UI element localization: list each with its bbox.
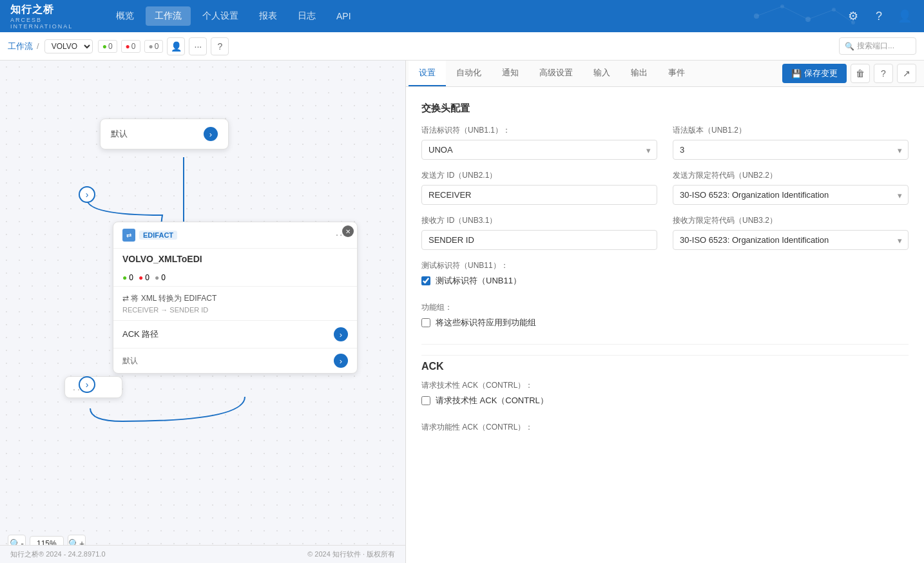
warn-count: ● 0: [144, 40, 164, 53]
panel-tabs: 设置 自动化 通知 高级设置 输入 输出 事件 💾 保存变更 🗑 ? ↗: [406, 61, 924, 87]
node-edifact-name: VOLVO_XMLToEDI: [113, 249, 357, 269]
form-group-sender-id: 发送方 ID（UNB2.1）: [421, 170, 657, 205]
search-placeholder: 搜索端口...: [857, 41, 894, 52]
form-group-receiver-id: 接收方 ID（UNB3.1）: [421, 215, 657, 250]
node-header: ⇄ EDIFACT ···: [113, 222, 357, 249]
form-group-syntax-ver: 语法版本（UNB1.2） 3 4 ▾: [673, 125, 909, 160]
test-indicator-checkbox[interactable]: [421, 276, 430, 285]
bottom-arrow[interactable]: ›: [334, 354, 348, 368]
nav-right: ⚙ ? 👤: [844, 9, 914, 23]
node-counts: ● 0 ● 0 ● 0: [113, 269, 357, 287]
help-btn[interactable]: ?: [874, 64, 893, 83]
tab-input[interactable]: 输入: [583, 61, 621, 86]
logo-main: 知行之桥: [10, 3, 54, 17]
help-icon[interactable]: ?: [870, 10, 888, 23]
nav-log[interactable]: 日志: [289, 6, 325, 26]
panel-content: 交换头配置 语法标识符（UNB1.1）： UNOA UNOB UNOC ▾: [406, 87, 924, 563]
main-layout: › › 默认 › ✕ ⇄ EDIFACT ··· V: [0, 61, 924, 563]
tab-advanced[interactable]: 高级设置: [529, 61, 583, 86]
syntax-ver-select[interactable]: 3 4: [673, 140, 909, 160]
node-default-top-label: 默认: [111, 128, 128, 140]
node-ack-row[interactable]: ACK 路径 ›: [113, 320, 357, 348]
footer-right: © 2024 知行软件 · 版权所有: [307, 549, 395, 559]
technical-ack-row: 请求技术性 ACK（CONTRL）: [421, 395, 909, 406]
form-row-receiver: 接收方 ID（UNB3.1） 接收方限定符代码（UNB3.2） 30-ISO 6…: [421, 215, 909, 250]
form-group-functional-ack: 请求功能性 ACK（CONTRL）：: [421, 422, 909, 433]
user-btn[interactable]: 👤: [167, 37, 185, 55]
count-red: ● 0: [139, 273, 149, 282]
tab-output[interactable]: 输出: [621, 61, 658, 86]
form-group-functional: 功能组： 将这些标识符应用到功能组: [421, 302, 909, 334]
tab-event[interactable]: 事件: [658, 61, 695, 86]
nav-report[interactable]: 报表: [250, 6, 286, 26]
functional-group-checkbox-label: 将这些标识符应用到功能组: [436, 317, 536, 329]
workflow-dropdown[interactable]: VOLVO: [44, 39, 93, 53]
nav-workflow[interactable]: 工作流: [146, 6, 191, 26]
syntax-ver-select-wrapper: 3 4 ▾: [673, 140, 909, 160]
save-button[interactable]: 💾 保存变更: [782, 64, 847, 83]
sender-qualifier-select[interactable]: 30-ISO 6523: Organization Identification…: [673, 185, 909, 205]
node-tag: EDIFACT: [139, 231, 177, 240]
functional-group-label: 功能组：: [421, 302, 909, 313]
syntax-id-label: 语法标识符（UNB1.1）：: [421, 125, 657, 136]
test-indicator-checkbox-label: 测试标识符（UNB11）: [436, 275, 521, 287]
form-row-sender: 发送方 ID（UNB2.1） 发送方限定符代码（UNB2.2） 30-ISO 6…: [421, 170, 909, 205]
tab-notification[interactable]: 通知: [492, 61, 529, 86]
functional-group-row: 将这些标识符应用到功能组: [421, 317, 909, 329]
error-count: ● 0: [121, 40, 140, 53]
form-row-syntax: 语法标识符（UNB1.1）： UNOA UNOB UNOC ▾ 语法版本（UNB…: [421, 125, 909, 160]
canvas-area: › › 默认 › ✕ ⇄ EDIFACT ··· V: [0, 61, 406, 563]
receiver-qualifier-select-wrapper: 30-ISO 6523: Organization Identification…: [673, 230, 909, 250]
receiver-qualifier-select[interactable]: 30-ISO 6523: Organization Identification…: [673, 230, 909, 250]
test-indicator-label: 测试标识符（UNB11）：: [421, 260, 909, 271]
sender-qualifier-label: 发送方限定符代码（UNB2.2）: [673, 170, 909, 181]
sender-qualifier-select-wrapper: 30-ISO 6523: Organization Identification…: [673, 185, 909, 205]
form-group-test: 测试标识符（UNB11）： 测试标识符（UNB11）: [421, 260, 909, 292]
form-group-receiver-qualifier: 接收方限定符代码（UNB3.2） 30-ISO 6523: Organizati…: [673, 215, 909, 250]
test-indicator-row: 测试标识符（UNB11）: [421, 275, 909, 287]
svg-line-8: [834, 10, 853, 23]
more-btn[interactable]: ···: [189, 37, 207, 55]
search-icon: 🔍: [845, 42, 854, 51]
node-bottom: 默认 ›: [113, 348, 357, 373]
sender-id-input[interactable]: [421, 185, 657, 205]
technical-ack-checkbox[interactable]: [421, 396, 430, 405]
ack-title: ACK: [421, 355, 909, 372]
nav-personal[interactable]: 个人设置: [193, 6, 247, 26]
divider: [421, 344, 909, 345]
panel-actions: 💾 保存变更 🗑 ? ↗: [782, 64, 921, 83]
breadcrumb-root[interactable]: 工作流: [8, 41, 33, 52]
count-green: ● 0: [122, 273, 133, 282]
section-title: 交换头配置: [421, 102, 909, 115]
question-btn[interactable]: ?: [211, 37, 229, 55]
syntax-id-select-wrapper: UNOA UNOB UNOC ▾: [421, 140, 657, 160]
nav-arrow-bottom[interactable]: ›: [79, 376, 95, 393]
tab-automation[interactable]: 自动化: [446, 61, 492, 86]
receiver-id-label: 接收方 ID（UNB3.1）: [421, 215, 657, 226]
logo: 知行之桥 ARCESB INTERNATIONAL: [10, 3, 88, 30]
sub-nav: 工作流 / VOLVO ● 0 ● 0 ● 0 👤 ··· ? 🔍 搜索端口..…: [0, 32, 924, 61]
delete-btn[interactable]: 🗑: [851, 64, 870, 83]
receiver-id-input[interactable]: [421, 230, 657, 250]
user-icon[interactable]: 👤: [896, 9, 914, 23]
syntax-id-select[interactable]: UNOA UNOB UNOC: [421, 140, 657, 160]
nav-overview[interactable]: 概览: [107, 6, 143, 26]
tab-settings[interactable]: 设置: [409, 61, 446, 86]
breadcrumb: 工作流 /: [8, 41, 39, 52]
ack-arrow[interactable]: ›: [334, 327, 348, 341]
success-count: ● 0: [98, 40, 117, 53]
nav-api[interactable]: API: [327, 7, 360, 25]
receiver-qualifier-label: 接收方限定符代码（UNB3.2）: [673, 215, 909, 226]
functional-group-checkbox[interactable]: [421, 318, 430, 327]
node-default-top: 默认 ›: [100, 119, 229, 149]
sub-nav-icons: ● 0 ● 0 ● 0 👤 ··· ?: [98, 37, 229, 55]
close-btn[interactable]: ✕: [342, 225, 354, 237]
node-default-top-arrow[interactable]: ›: [204, 127, 218, 141]
technical-ack-label: 请求技术性 ACK（CONTRL）：: [421, 380, 909, 391]
node-edifact: ✕ ⇄ EDIFACT ··· VOLVO_XMLToEDI ● 0: [113, 222, 358, 374]
expand-btn[interactable]: ↗: [897, 64, 916, 83]
nav-arrow-left[interactable]: ›: [79, 186, 95, 203]
save-icon: 💾: [791, 69, 802, 79]
footer-left: 知行之桥® 2024 - 24.2.8971.0: [10, 549, 106, 559]
search-box[interactable]: 🔍 搜索端口...: [839, 37, 916, 55]
